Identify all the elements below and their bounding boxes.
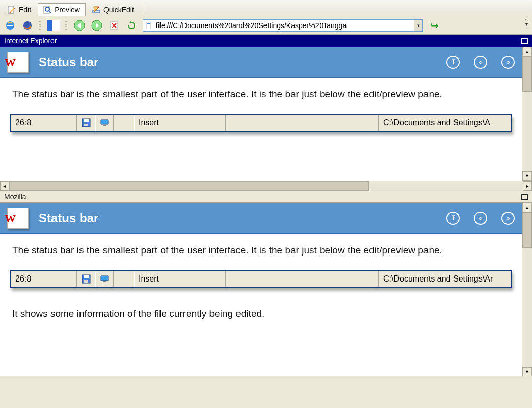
browser-title-mozilla: Mozilla (0, 191, 532, 203)
body-extra: It shows some information of the file cu… (0, 293, 522, 325)
page-icon (145, 21, 153, 30)
svg-rect-15 (84, 124, 88, 126)
vertical-scrollbar[interactable]: ▲ ▼ (522, 47, 532, 181)
next-button[interactable]: » (501, 56, 515, 69)
collapse-up-button[interactable]: ⤒ (446, 212, 460, 225)
maximize-icon[interactable] (521, 194, 528, 200)
stop-button[interactable] (108, 19, 120, 32)
statusbar-example: 26:8 Insert C:\Documents and Settings\Ar (10, 270, 512, 288)
maximize-icon[interactable] (521, 38, 528, 44)
status-position: 26:8 (11, 115, 77, 131)
refresh-button[interactable] (125, 19, 138, 32)
toolbar: ▾ ↪ »▾ (0, 16, 532, 35)
next-button[interactable]: » (501, 212, 515, 225)
toolbar-overflow[interactable]: »▾ (525, 18, 528, 27)
tab-separator (143, 2, 143, 14)
svg-rect-4 (93, 10, 100, 13)
tab-edit[interactable]: Edit (2, 3, 37, 16)
status-empty-1 (114, 271, 134, 287)
scroll-up-icon[interactable]: ▲ (522, 203, 532, 212)
prev-button[interactable]: « (474, 56, 487, 69)
status-empty-1 (114, 115, 134, 131)
body-text: The status bar is the smallest part of t… (0, 234, 522, 262)
back-button[interactable] (73, 19, 86, 32)
scroll-right-icon[interactable]: ► (523, 181, 532, 191)
status-position: 26:8 (11, 271, 77, 287)
browser-label: Mozilla (4, 193, 26, 201)
mode-tabs: Edit Preview QuickEdit (0, 0, 532, 16)
scroll-thumb[interactable] (522, 212, 532, 248)
tab-preview-label: Preview (55, 6, 80, 14)
toolbar-grip-2[interactable] (65, 20, 67, 31)
status-monitor-icon (95, 271, 114, 287)
status-monitor-icon (95, 115, 114, 131)
browser-label: Internet Explorer (4, 37, 57, 45)
svg-rect-20 (84, 280, 88, 283)
status-path: C:\Documents and Settings\A (379, 115, 511, 131)
ie-icon[interactable] (4, 19, 16, 32)
split-view-button[interactable] (47, 20, 60, 31)
status-save-icon (77, 271, 95, 287)
status-path: C:\Documents and Settings\Ar (379, 271, 511, 287)
svg-rect-12 (147, 23, 150, 24)
hscroll-thumb[interactable] (9, 181, 369, 191)
scroll-up-icon[interactable]: ▲ (522, 47, 532, 56)
scroll-down-icon[interactable]: ▼ (522, 367, 532, 376)
page-title: Status bar (39, 211, 432, 225)
svg-point-5 (97, 6, 99, 8)
status-mode: Insert (134, 271, 226, 287)
scroll-thumb[interactable] (522, 56, 532, 92)
go-button[interactable]: ↪ (428, 19, 440, 32)
horizontal-scrollbar[interactable]: ◄ ► (0, 181, 532, 191)
toolbar-grip[interactable] (39, 20, 41, 31)
vertical-scrollbar[interactable]: ▲ ▼ (522, 203, 532, 376)
svg-rect-21 (101, 276, 108, 280)
svg-rect-17 (103, 125, 106, 126)
preview-pane-mozilla: W Status bar ⤒ « » The status bar is the… (0, 203, 522, 376)
doc-icon: W (7, 208, 29, 229)
magnifier-icon (43, 6, 51, 14)
status-mode: Insert (134, 115, 226, 131)
forward-button[interactable] (91, 19, 103, 32)
statusbar-example: 26:8 Insert C:\Documents and Settings\A (10, 114, 512, 132)
preview-pane-ie: W Status bar ⤒ « » The status bar is the… (0, 47, 522, 181)
tab-quickedit-label: QuickEdit (103, 6, 134, 14)
address-dropdown[interactable]: ▾ (414, 20, 422, 31)
pencil-icon (8, 6, 16, 14)
address-bar: ▾ (143, 19, 423, 32)
browser-title-ie: Internet Explorer (0, 35, 532, 47)
tab-quickedit[interactable]: QuickEdit (87, 3, 140, 16)
firefox-icon[interactable] (21, 19, 34, 32)
ruler-pencil-icon (92, 6, 100, 14)
tab-edit-label: Edit (19, 6, 31, 14)
address-input[interactable] (155, 21, 414, 30)
page-header: W Status bar ⤒ « » (0, 47, 522, 78)
collapse-up-button[interactable]: ⤒ (446, 56, 460, 69)
prev-button[interactable]: « (474, 212, 487, 225)
svg-rect-16 (101, 120, 108, 124)
page-title: Status bar (39, 55, 432, 69)
svg-rect-14 (84, 119, 89, 122)
svg-rect-19 (84, 275, 89, 278)
doc-icon: W (7, 52, 29, 73)
scroll-left-icon[interactable]: ◄ (0, 181, 9, 191)
status-empty-2 (226, 115, 379, 131)
page-header: W Status bar ⤒ « » (0, 203, 522, 234)
scroll-down-icon[interactable]: ▼ (522, 171, 532, 181)
body-text: The status bar is the smallest part of t… (0, 78, 522, 106)
status-empty-2 (226, 271, 379, 287)
status-save-icon (77, 115, 95, 131)
svg-rect-22 (103, 281, 106, 282)
tab-preview[interactable]: Preview (38, 3, 86, 16)
